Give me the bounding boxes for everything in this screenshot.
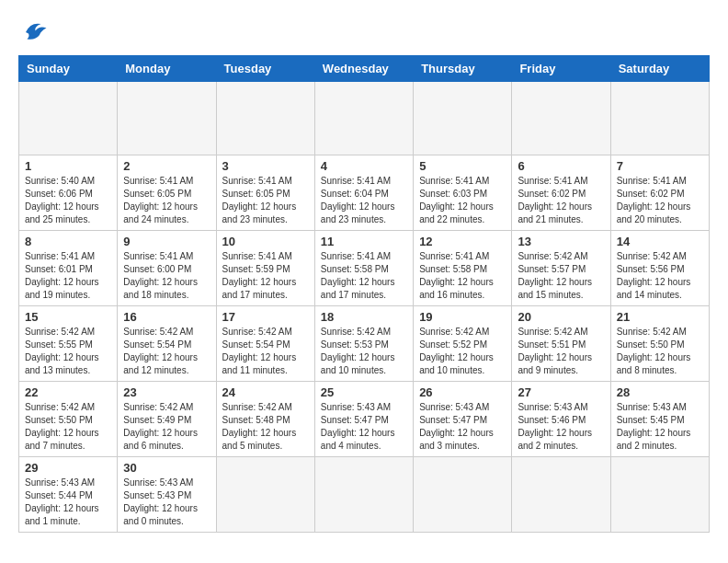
day-number: 29 [25,461,111,475]
day-number: 22 [25,385,111,399]
calendar-cell: 19Sunrise: 5:42 AMSunset: 5:52 PMDayligh… [414,306,512,382]
cell-line: Sunset: 5:47 PM [321,414,407,427]
calendar-cell: 23Sunrise: 5:42 AMSunset: 5:49 PMDayligh… [118,382,216,457]
day-number: 7 [617,159,703,173]
weekday-header: Friday [512,56,610,82]
cell-line: Sunrise: 5:41 AM [123,250,210,263]
cell-line: and 22 minutes. [419,213,506,226]
calendar-week-row: 8Sunrise: 5:41 AMSunset: 6:01 PMDaylight… [19,231,710,306]
calendar-cell: 30Sunrise: 5:43 AMSunset: 5:43 PMDayligh… [118,457,216,533]
cell-line: and 5 minutes. [222,440,309,453]
day-number: 25 [321,385,407,399]
cell-line: and 14 minutes. [617,289,703,302]
weekday-header: Sunday [19,56,118,82]
cell-line: Sunrise: 5:41 AM [419,250,506,263]
day-number: 9 [123,235,210,248]
cell-line: Sunset: 6:03 PM [419,188,506,201]
cell-line: Sunrise: 5:42 AM [419,326,506,339]
cell-line: and 8 minutes. [617,364,703,377]
cell-line: Sunrise: 5:42 AM [222,401,309,414]
weekday-header: Wednesday [314,56,413,82]
cell-line: Sunset: 5:50 PM [617,339,703,351]
logo-bird-icon [20,18,48,46]
cell-line: Daylight: 12 hours [123,276,210,289]
cell-line: Daylight: 12 hours [25,502,111,515]
calendar-cell [216,82,314,155]
day-number: 28 [617,385,703,399]
cell-line: Sunrise: 5:41 AM [321,250,407,263]
cell-line: and 0 minutes. [123,515,210,528]
calendar-cell: 20Sunrise: 5:42 AMSunset: 5:51 PMDayligh… [512,306,610,382]
cell-line: Sunrise: 5:42 AM [123,401,210,414]
cell-line: Sunrise: 5:43 AM [25,477,111,489]
cell-line: and 16 minutes. [419,289,506,302]
cell-line: and 21 minutes. [518,213,604,226]
cell-line: Sunrise: 5:41 AM [321,175,407,188]
calendar-week-row: 29Sunrise: 5:43 AMSunset: 5:44 PMDayligh… [19,457,710,533]
calendar-cell [414,82,512,155]
calendar-table: SundayMondayTuesdayWednesdayThursdayFrid… [18,55,710,533]
calendar-cell: 29Sunrise: 5:43 AMSunset: 5:44 PMDayligh… [19,457,118,533]
cell-line: and 13 minutes. [25,364,111,377]
cell-line: Sunset: 5:58 PM [321,263,407,276]
weekday-header: Thursday [414,56,512,82]
day-number: 2 [123,159,210,173]
cell-line: and 17 minutes. [222,289,309,302]
day-number: 23 [123,385,210,399]
cell-line: Sunrise: 5:41 AM [419,175,506,188]
calendar-cell: 17Sunrise: 5:42 AMSunset: 5:54 PMDayligh… [216,306,314,382]
cell-line: and 10 minutes. [419,364,506,377]
cell-line: Sunset: 5:58 PM [419,263,506,276]
cell-line: and 10 minutes. [321,364,407,377]
cell-line: Daylight: 12 hours [617,351,703,364]
calendar-header: SundayMondayTuesdayWednesdayThursdayFrid… [19,56,710,82]
calendar-cell [512,457,610,533]
cell-line: and 17 minutes. [321,289,407,302]
cell-line: Sunrise: 5:42 AM [518,326,604,339]
cell-line: and 23 minutes. [321,213,407,226]
cell-line: Sunset: 6:01 PM [25,263,111,276]
cell-line: Sunset: 6:05 PM [222,188,309,201]
day-number: 30 [123,461,210,475]
cell-line: Sunset: 5:56 PM [617,263,703,276]
cell-line: Sunrise: 5:42 AM [617,250,703,263]
day-number: 10 [222,235,309,248]
cell-line: Sunrise: 5:41 AM [222,250,309,263]
cell-line: and 3 minutes. [419,440,506,453]
day-number: 13 [518,235,604,248]
cell-line: Daylight: 12 hours [222,201,309,213]
calendar-week-row: 15Sunrise: 5:42 AMSunset: 5:55 PMDayligh… [19,306,710,382]
cell-line: Sunset: 5:43 PM [123,489,210,502]
calendar-cell: 26Sunrise: 5:43 AMSunset: 5:47 PMDayligh… [414,382,512,457]
calendar-cell: 27Sunrise: 5:43 AMSunset: 5:46 PMDayligh… [512,382,610,457]
calendar-cell [414,457,512,533]
cell-line: and 20 minutes. [617,213,703,226]
cell-line: Sunset: 5:47 PM [419,414,506,427]
calendar-cell [19,82,118,155]
cell-line: Daylight: 12 hours [123,351,210,364]
cell-line: Daylight: 12 hours [617,276,703,289]
calendar-cell: 11Sunrise: 5:41 AMSunset: 5:58 PMDayligh… [314,231,413,306]
cell-line: Sunset: 5:49 PM [123,414,210,427]
cell-line: Sunrise: 5:43 AM [617,401,703,414]
cell-line: Sunset: 6:02 PM [617,188,703,201]
cell-line: Sunset: 5:54 PM [222,339,309,351]
calendar-cell [610,82,709,155]
cell-line: and 1 minute. [25,515,111,528]
day-number: 1 [25,159,111,173]
cell-line: Sunrise: 5:42 AM [222,326,309,339]
cell-line: Sunset: 6:06 PM [25,188,111,201]
calendar-cell: 25Sunrise: 5:43 AMSunset: 5:47 PMDayligh… [314,382,413,457]
day-number: 5 [419,159,506,173]
cell-line: Sunrise: 5:41 AM [25,250,111,263]
cell-line: Daylight: 12 hours [321,276,407,289]
calendar-cell: 12Sunrise: 5:41 AMSunset: 5:58 PMDayligh… [414,231,512,306]
cell-line: and 7 minutes. [25,440,111,453]
day-number: 20 [518,310,604,324]
day-number: 8 [25,235,111,248]
day-number: 12 [419,235,506,248]
calendar-cell: 16Sunrise: 5:42 AMSunset: 5:54 PMDayligh… [118,306,216,382]
cell-line: and 2 minutes. [617,440,703,453]
cell-line: Daylight: 12 hours [419,201,506,213]
cell-line: Daylight: 12 hours [518,276,604,289]
